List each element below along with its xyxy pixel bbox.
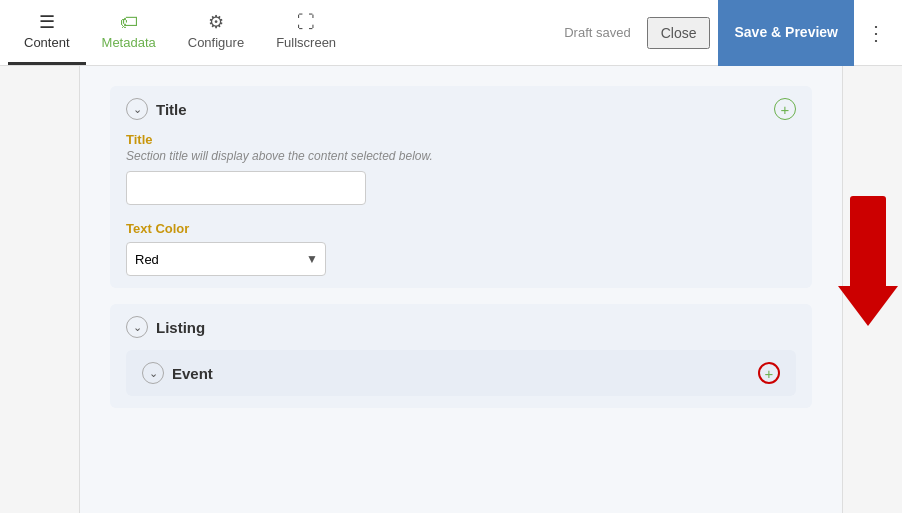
more-options-icon[interactable]: ⋮ bbox=[858, 13, 894, 53]
close-button[interactable]: Close bbox=[647, 17, 711, 49]
tab-fullscreen[interactable]: ⛶ Fullscreen bbox=[260, 0, 352, 65]
event-subsection: ⌄ Event + bbox=[126, 350, 796, 396]
title-section-label: Title bbox=[156, 101, 187, 118]
text-color-label: Text Color bbox=[126, 221, 796, 236]
tab-fullscreen-label: Fullscreen bbox=[276, 35, 336, 50]
title-section: ⌄ Title + Title Section title will displ… bbox=[110, 86, 812, 288]
metadata-icon: 🏷 bbox=[120, 13, 138, 31]
title-field-description: Section title will display above the con… bbox=[126, 149, 796, 163]
arrow-shaft bbox=[850, 196, 886, 286]
tab-metadata[interactable]: 🏷 Metadata bbox=[86, 0, 172, 65]
title-collapse-icon[interactable]: ⌄ bbox=[126, 98, 148, 120]
red-arrow-annotation bbox=[838, 196, 898, 326]
text-color-section: Text Color Red Blue Green Black White ▼ bbox=[126, 221, 796, 276]
arrow-head bbox=[838, 286, 898, 326]
listing-section-header: ⌄ Listing bbox=[126, 316, 796, 338]
right-sidebar bbox=[842, 66, 902, 513]
save-preview-button[interactable]: Save & Preview bbox=[718, 0, 854, 66]
text-color-select[interactable]: Red Blue Green Black White bbox=[126, 242, 326, 276]
title-section-header-left: ⌄ Title bbox=[126, 98, 187, 120]
tab-metadata-label: Metadata bbox=[102, 35, 156, 50]
listing-section-header-left: ⌄ Listing bbox=[126, 316, 205, 338]
draft-saved-label: Draft saved bbox=[564, 25, 630, 40]
listing-section: ⌄ Listing ⌄ Event + bbox=[110, 304, 812, 408]
tab-content[interactable]: ☰ Content bbox=[8, 0, 86, 65]
listing-section-label: Listing bbox=[156, 319, 205, 336]
event-subsection-label: Event bbox=[172, 365, 213, 382]
title-field-label: Title bbox=[126, 132, 796, 147]
content-area: ⌄ Title + Title Section title will displ… bbox=[80, 66, 842, 513]
text-color-select-wrapper: Red Blue Green Black White ▼ bbox=[126, 242, 326, 276]
tab-configure[interactable]: ⚙ Configure bbox=[172, 0, 260, 65]
left-sidebar bbox=[0, 66, 80, 513]
title-text-input[interactable] bbox=[126, 171, 366, 205]
listing-collapse-icon[interactable]: ⌄ bbox=[126, 316, 148, 338]
tab-configure-label: Configure bbox=[188, 35, 244, 50]
fullscreen-icon: ⛶ bbox=[297, 13, 315, 31]
event-subsection-header: ⌄ Event + bbox=[142, 362, 780, 384]
event-add-icon[interactable]: + bbox=[758, 362, 780, 384]
toolbar: ☰ Content 🏷 Metadata ⚙ Configure ⛶ Fulls… bbox=[0, 0, 902, 66]
title-field-section: Title Section title will display above t… bbox=[126, 120, 796, 209]
tab-content-label: Content bbox=[24, 35, 70, 50]
title-add-icon[interactable]: + bbox=[774, 98, 796, 120]
configure-icon: ⚙ bbox=[208, 13, 224, 31]
main-layout: ⌄ Title + Title Section title will displ… bbox=[0, 66, 902, 513]
title-section-header: ⌄ Title + bbox=[126, 98, 796, 120]
event-collapse-icon[interactable]: ⌄ bbox=[142, 362, 164, 384]
content-icon: ☰ bbox=[39, 13, 55, 31]
event-subsection-header-left: ⌄ Event bbox=[142, 362, 213, 384]
